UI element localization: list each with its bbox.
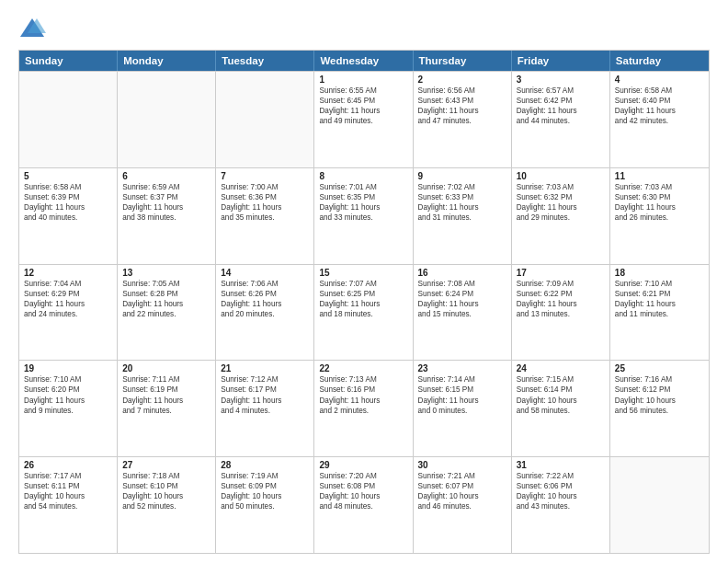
day-header-monday: Monday [118, 51, 216, 71]
day-info: Sunrise: 7:03 AM Sunset: 6:32 PM Dayligh… [517, 182, 605, 223]
day-info: Sunrise: 6:56 AM Sunset: 6:43 PM Dayligh… [418, 86, 506, 126]
day-info: Sunrise: 7:06 AM Sunset: 6:26 PM Dayligh… [221, 279, 309, 319]
day-info: Sunrise: 6:58 AM Sunset: 6:40 PM Dayligh… [615, 86, 704, 126]
day-number: 14 [221, 268, 309, 278]
day-number: 29 [319, 460, 407, 470]
day-cell-21: 21Sunrise: 7:12 AM Sunset: 6:17 PM Dayli… [216, 361, 314, 456]
day-info: Sunrise: 7:14 AM Sunset: 6:15 PM Dayligh… [418, 374, 506, 415]
day-cell-23: 23Sunrise: 7:14 AM Sunset: 6:15 PM Dayli… [414, 361, 512, 456]
day-info: Sunrise: 6:58 AM Sunset: 6:39 PM Dayligh… [24, 182, 112, 223]
day-number: 1 [319, 75, 407, 85]
day-info: Sunrise: 6:57 AM Sunset: 6:42 PM Dayligh… [517, 86, 605, 126]
day-number: 5 [24, 171, 112, 181]
day-header-tuesday: Tuesday [216, 51, 314, 71]
day-info: Sunrise: 7:05 AM Sunset: 6:28 PM Dayligh… [122, 279, 210, 319]
day-info: Sunrise: 7:04 AM Sunset: 6:29 PM Dayligh… [24, 279, 112, 319]
day-cell-9: 9Sunrise: 7:02 AM Sunset: 6:33 PM Daylig… [414, 168, 512, 264]
day-number: 20 [122, 363, 210, 373]
logo-icon [18, 15, 46, 42]
day-cell-22: 22Sunrise: 7:13 AM Sunset: 6:16 PM Dayli… [314, 361, 413, 456]
day-cell-20: 20Sunrise: 7:11 AM Sunset: 6:19 PM Dayli… [118, 361, 216, 456]
calendar-body: 1Sunrise: 6:55 AM Sunset: 6:45 PM Daylig… [19, 71, 709, 553]
day-info: Sunrise: 7:22 AM Sunset: 6:06 PM Dayligh… [517, 471, 605, 511]
day-number: 6 [122, 171, 210, 181]
day-header-thursday: Thursday [414, 51, 512, 71]
day-cell-26: 26Sunrise: 7:17 AM Sunset: 6:11 PM Dayli… [19, 457, 118, 553]
day-cell-10: 10Sunrise: 7:03 AM Sunset: 6:32 PM Dayli… [512, 168, 610, 264]
day-info: Sunrise: 7:00 AM Sunset: 6:36 PM Dayligh… [221, 182, 309, 223]
week-row-5: 26Sunrise: 7:17 AM Sunset: 6:11 PM Dayli… [19, 456, 709, 553]
day-number: 24 [517, 363, 605, 373]
empty-cell [19, 72, 118, 167]
day-cell-6: 6Sunrise: 6:59 AM Sunset: 6:37 PM Daylig… [118, 168, 216, 264]
day-number: 2 [418, 75, 506, 85]
day-cell-15: 15Sunrise: 7:07 AM Sunset: 6:25 PM Dayli… [314, 265, 413, 361]
calendar: SundayMondayTuesdayWednesdayThursdayFrid… [18, 50, 710, 554]
day-info: Sunrise: 7:15 AM Sunset: 6:14 PM Dayligh… [517, 374, 605, 415]
page: SundayMondayTuesdayWednesdayThursdayFrid… [0, 0, 728, 563]
day-cell-2: 2Sunrise: 6:56 AM Sunset: 6:43 PM Daylig… [414, 72, 512, 167]
day-info: Sunrise: 7:13 AM Sunset: 6:16 PM Dayligh… [319, 374, 407, 415]
day-cell-31: 31Sunrise: 7:22 AM Sunset: 6:06 PM Dayli… [512, 457, 610, 553]
day-info: Sunrise: 7:03 AM Sunset: 6:30 PM Dayligh… [615, 182, 704, 223]
day-info: Sunrise: 7:11 AM Sunset: 6:19 PM Dayligh… [122, 374, 210, 415]
day-cell-16: 16Sunrise: 7:08 AM Sunset: 6:24 PM Dayli… [414, 265, 512, 361]
day-cell-4: 4Sunrise: 6:58 AM Sunset: 6:40 PM Daylig… [610, 72, 709, 167]
day-number: 4 [615, 75, 704, 85]
day-number: 15 [319, 268, 407, 278]
day-cell-29: 29Sunrise: 7:20 AM Sunset: 6:08 PM Dayli… [314, 457, 413, 553]
day-header-wednesday: Wednesday [314, 51, 413, 71]
day-info: Sunrise: 7:12 AM Sunset: 6:17 PM Dayligh… [221, 374, 309, 415]
day-info: Sunrise: 6:59 AM Sunset: 6:37 PM Dayligh… [122, 182, 210, 223]
day-number: 23 [418, 363, 506, 373]
day-info: Sunrise: 7:20 AM Sunset: 6:08 PM Dayligh… [319, 471, 407, 511]
day-number: 8 [319, 171, 407, 181]
empty-cell [610, 457, 709, 553]
day-number: 21 [221, 363, 309, 373]
week-row-3: 12Sunrise: 7:04 AM Sunset: 6:29 PM Dayli… [19, 264, 709, 361]
day-cell-11: 11Sunrise: 7:03 AM Sunset: 6:30 PM Dayli… [610, 168, 709, 264]
day-cell-7: 7Sunrise: 7:00 AM Sunset: 6:36 PM Daylig… [216, 168, 314, 264]
day-cell-30: 30Sunrise: 7:21 AM Sunset: 6:07 PM Dayli… [414, 457, 512, 553]
day-cell-3: 3Sunrise: 6:57 AM Sunset: 6:42 PM Daylig… [512, 72, 610, 167]
day-number: 25 [615, 363, 704, 373]
day-number: 12 [24, 268, 112, 278]
day-cell-19: 19Sunrise: 7:10 AM Sunset: 6:20 PM Dayli… [19, 361, 118, 456]
day-cell-8: 8Sunrise: 7:01 AM Sunset: 6:35 PM Daylig… [314, 168, 413, 264]
day-info: Sunrise: 7:17 AM Sunset: 6:11 PM Dayligh… [24, 471, 112, 511]
day-cell-25: 25Sunrise: 7:16 AM Sunset: 6:12 PM Dayli… [610, 361, 709, 456]
empty-cell [118, 72, 216, 167]
day-header-friday: Friday [512, 51, 610, 71]
day-number: 19 [24, 363, 112, 373]
day-info: Sunrise: 7:01 AM Sunset: 6:35 PM Dayligh… [319, 182, 407, 223]
day-header-saturday: Saturday [610, 51, 709, 71]
day-cell-13: 13Sunrise: 7:05 AM Sunset: 6:28 PM Dayli… [118, 265, 216, 361]
day-number: 9 [418, 171, 506, 181]
day-number: 28 [221, 460, 309, 470]
week-row-4: 19Sunrise: 7:10 AM Sunset: 6:20 PM Dayli… [19, 360, 709, 456]
day-cell-1: 1Sunrise: 6:55 AM Sunset: 6:45 PM Daylig… [314, 72, 413, 167]
day-cell-24: 24Sunrise: 7:15 AM Sunset: 6:14 PM Dayli… [512, 361, 610, 456]
day-info: Sunrise: 6:55 AM Sunset: 6:45 PM Dayligh… [319, 86, 407, 126]
day-number: 7 [221, 171, 309, 181]
day-info: Sunrise: 7:10 AM Sunset: 6:21 PM Dayligh… [615, 279, 704, 319]
day-info: Sunrise: 7:09 AM Sunset: 6:22 PM Dayligh… [517, 279, 605, 319]
day-info: Sunrise: 7:19 AM Sunset: 6:09 PM Dayligh… [221, 471, 309, 511]
day-info: Sunrise: 7:02 AM Sunset: 6:33 PM Dayligh… [418, 182, 506, 223]
day-number: 18 [615, 268, 704, 278]
day-number: 30 [418, 460, 506, 470]
day-number: 17 [517, 268, 605, 278]
day-header-sunday: Sunday [19, 51, 118, 71]
day-cell-27: 27Sunrise: 7:18 AM Sunset: 6:10 PM Dayli… [118, 457, 216, 553]
day-info: Sunrise: 7:10 AM Sunset: 6:20 PM Dayligh… [24, 374, 112, 415]
calendar-header: SundayMondayTuesdayWednesdayThursdayFrid… [19, 51, 709, 71]
day-info: Sunrise: 7:07 AM Sunset: 6:25 PM Dayligh… [319, 279, 407, 319]
day-cell-18: 18Sunrise: 7:10 AM Sunset: 6:21 PM Dayli… [610, 265, 709, 361]
day-number: 27 [122, 460, 210, 470]
day-info: Sunrise: 7:08 AM Sunset: 6:24 PM Dayligh… [418, 279, 506, 319]
day-cell-28: 28Sunrise: 7:19 AM Sunset: 6:09 PM Dayli… [216, 457, 314, 553]
week-row-1: 1Sunrise: 6:55 AM Sunset: 6:45 PM Daylig… [19, 71, 709, 167]
day-number: 10 [517, 171, 605, 181]
empty-cell [216, 72, 314, 167]
logo [18, 15, 50, 42]
